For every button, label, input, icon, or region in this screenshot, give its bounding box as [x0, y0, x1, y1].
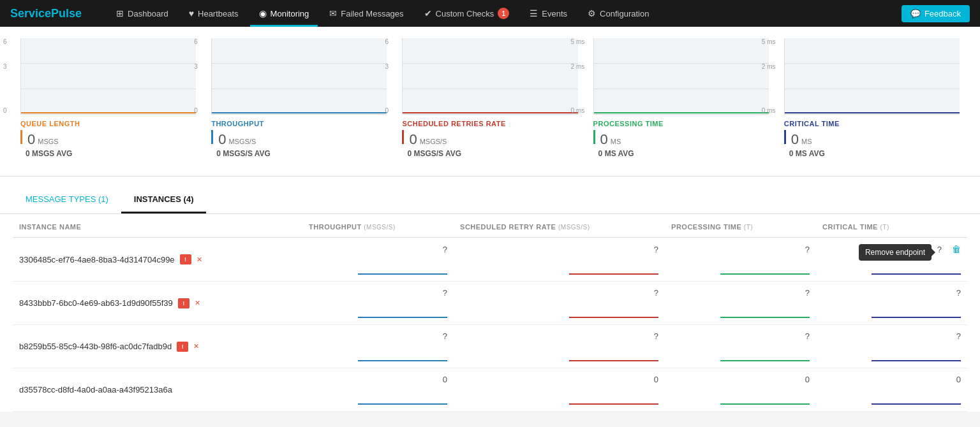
tab-instances-count: (4) — [184, 194, 194, 204]
nav-configuration[interactable]: ⚙ Configuration — [579, 0, 658, 27]
tab-message-types-label: MESSAGE TYPES — [26, 194, 96, 204]
throughput-bar — [211, 130, 213, 144]
critical-time-cell-1: ? — [816, 282, 967, 325]
nav-heartbeats[interactable]: ♥ Heartbeats — [180, 0, 248, 27]
queue-length-bar — [20, 130, 22, 144]
charts-row: 6 3 0 QUEUE LENGTH 0 MSGS 0 MSGS AVG 6 — [13, 33, 967, 163]
processing-time-cell-0: ? — [665, 238, 816, 282]
processing-time-cell-3: 0 — [665, 368, 816, 412]
critical-time-value-row: 0 MS — [784, 130, 960, 148]
throughput-cell-0: ? — [302, 238, 454, 282]
feedback-button[interactable]: 💬 Feedback — [902, 5, 970, 22]
scheduled-retries-avg: 0 MSGS/S AVG — [402, 149, 577, 158]
processing-time-avg: 0 MS AVG — [593, 149, 769, 158]
processing-time-unit: MS — [611, 138, 621, 145]
nav-custom-checks-label: Custom Checks — [436, 9, 494, 18]
scheduled-retry-cell-2: ? — [454, 325, 665, 368]
heartbeats-icon: ♥ — [189, 8, 194, 18]
queue-length-value: 0 — [27, 131, 35, 148]
table-header: INSTANCE NAME THROUGHPUT (MSGS/S) SCHEDU… — [13, 214, 967, 238]
table-section: INSTANCE NAME THROUGHPUT (MSGS/S) SCHEDU… — [0, 214, 980, 412]
scheduled-retry-cell-0: ? — [454, 238, 665, 282]
processing-time-bar — [593, 130, 595, 144]
events-icon: ☰ — [530, 8, 538, 18]
tab-instances-label: INSTANCES — [134, 194, 181, 204]
throughput-cell-2: ? — [302, 325, 454, 368]
nav-dashboard[interactable]: ⊞ Dashboard — [107, 0, 177, 27]
nav-custom-checks[interactable]: ✔ Custom Checks 1 — [415, 0, 519, 27]
processing-time-value-row: 0 MS — [593, 130, 769, 148]
scheduled-retries-chart: 6 3 0 — [402, 38, 577, 115]
instance-name-cell-0: 3306485c-ef76-4ae8-8ba3-4d314704c99e! ✕ — [13, 238, 302, 282]
queue-length-unit: MSGS — [38, 138, 58, 145]
table-row: 3306485c-ef76-4ae8-8ba3-4d314704c99e! ✕ … — [13, 238, 967, 282]
failed-messages-icon: ✉ — [329, 8, 337, 18]
throughput-cell-3: 0 — [302, 368, 454, 412]
col-scheduled-retry: SCHEDULED RETRY RATE (MSGS/S) — [454, 214, 665, 238]
nav-failed-messages-label: Failed Messages — [341, 9, 403, 18]
remove-icon[interactable]: ✕ — [197, 256, 202, 264]
error-icon: ! — [180, 254, 191, 264]
tab-message-types-count: (1) — [98, 194, 108, 204]
nav-configuration-label: Configuration — [600, 9, 649, 18]
col-throughput: THROUGHPUT (MSGS/S) — [302, 214, 454, 238]
delete-icon[interactable]: 🗑 — [952, 244, 961, 254]
instance-name: d35578cc-d8fd-4a0d-a0aa-a43f95213a6a — [19, 385, 172, 394]
scheduled-retry-cell-1: ? — [454, 282, 665, 325]
table-body: 3306485c-ef76-4ae8-8ba3-4d314704c99e! ✕ … — [13, 238, 967, 412]
remove-icon[interactable]: ✕ — [193, 342, 199, 351]
table-row: 8433bbb7-6bc0-4e69-ab63-1d9d90f55f39! ✕ … — [13, 282, 967, 325]
critical-time-cell-0: ? Remove endpoint 🗑 — [816, 238, 967, 282]
feedback-icon: 💬 — [910, 9, 921, 18]
nav-heartbeats-label: Heartbeats — [198, 9, 239, 18]
critical-time-chart: 5 ms 2 ms 0 ms — [784, 38, 960, 115]
throughput-label: THROUGHPUT — [211, 120, 387, 127]
brand-name: ServicePulse — [10, 7, 82, 20]
nav-monitoring[interactable]: ◉ Monitoring — [250, 0, 318, 27]
col-instance-name: INSTANCE NAME — [13, 214, 302, 238]
critical-time-cell-3: 0 — [816, 368, 967, 412]
queue-length-chart: 6 3 0 — [20, 38, 196, 115]
remove-endpoint-tooltip: Remove endpoint — [859, 244, 932, 261]
error-icon: ! — [177, 342, 188, 352]
scheduled-retries-unit: MSGS/S — [420, 138, 447, 145]
nav-items: ⊞ Dashboard ♥ Heartbeats ◉ Monitoring ✉ … — [107, 0, 902, 27]
throughput-value: 0 — [218, 131, 226, 148]
monitoring-icon: ◉ — [259, 8, 267, 18]
processing-time-cell-2: ? — [665, 325, 816, 368]
queue-length-avg: 0 MSGS AVG — [20, 149, 196, 158]
col-processing-time: PROCESSING TIME (T) — [665, 214, 816, 238]
throughput-avg: 0 MSGS/S AVG — [211, 149, 387, 158]
tabs-row: MESSAGE TYPES (1) INSTANCES (4) — [13, 189, 967, 214]
scheduled-retries-bar — [402, 130, 404, 144]
col-critical-time: CRITICAL TIME (T) — [816, 214, 967, 238]
navbar: ServicePulse ⊞ Dashboard ♥ Heartbeats ◉ … — [0, 0, 980, 27]
instance-name: b8259b55-85c9-443b-98f6-ac0dc7fadb9d — [19, 342, 172, 351]
scheduled-retries-label: SCHEDULED RETRIES RATE — [402, 120, 577, 127]
processing-time-chart: 5 ms 2 ms 0 ms — [593, 38, 769, 115]
instance-name: 8433bbb7-6bc0-4e69-ab63-1d9d90f55f39 — [19, 298, 173, 308]
critical-time-bar — [784, 130, 786, 144]
nav-dashboard-label: Dashboard — [128, 9, 168, 18]
throughput-value-row: 0 MSGS/S — [211, 130, 387, 148]
instance-name-cell-2: b8259b55-85c9-443b-98f6-ac0dc7fadb9d! ✕ — [13, 325, 302, 368]
throughput-block: 6 3 0 THROUGHPUT 0 MSGS/S 0 MSGS/S AVG — [204, 33, 394, 163]
processing-time-cell-1: ? — [665, 282, 816, 325]
nav-events[interactable]: ☰ Events — [521, 0, 576, 27]
brand-logo: ServicePulse — [10, 7, 82, 20]
tab-instances[interactable]: INSTANCES (4) — [121, 189, 207, 214]
throughput-cell-1: ? — [302, 282, 454, 325]
instances-table: INSTANCE NAME THROUGHPUT (MSGS/S) SCHEDU… — [13, 214, 967, 412]
table-row: b8259b55-85c9-443b-98f6-ac0dc7fadb9d! ✕ … — [13, 325, 967, 368]
queue-length-value-row: 0 MSGS — [20, 130, 196, 148]
tab-message-types[interactable]: MESSAGE TYPES (1) — [13, 189, 121, 214]
queue-length-label: QUEUE LENGTH — [20, 120, 196, 127]
critical-time-cell-2: ? — [816, 325, 967, 368]
nav-failed-messages[interactable]: ✉ Failed Messages — [320, 0, 412, 27]
scheduled-retries-value: 0 — [409, 131, 417, 148]
critical-time-value: 0 — [791, 131, 799, 148]
instance-name: 3306485c-ef76-4ae8-8ba3-4d314704c99e — [19, 255, 175, 264]
remove-icon[interactable]: ✕ — [195, 299, 200, 307]
queue-length-block: 6 3 0 QUEUE LENGTH 0 MSGS 0 MSGS AVG — [13, 33, 204, 163]
nav-monitoring-label: Monitoring — [271, 9, 309, 18]
